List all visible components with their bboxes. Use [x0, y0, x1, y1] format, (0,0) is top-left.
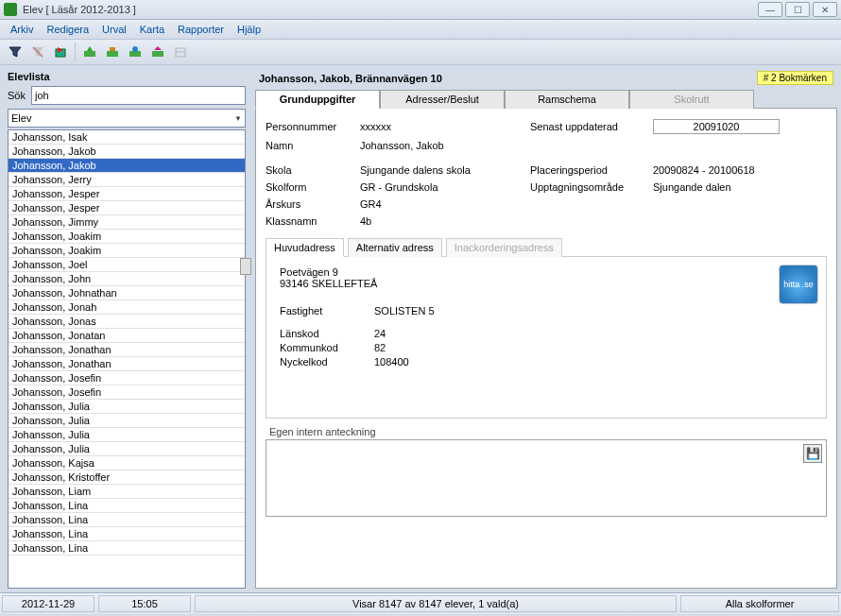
menu-urval[interactable]: Urval [95, 24, 133, 35]
app-icon [4, 3, 17, 16]
label-arskurs: Årskurs [266, 198, 360, 210]
minimize-button[interactable]: — [758, 2, 782, 17]
subtab-inackordering: Inackorderingsadress [446, 238, 562, 257]
list-item[interactable]: Johansson, Lina [9, 499, 245, 513]
window-title: Elev [ Läsår 2012-2013 ] [23, 4, 136, 15]
maximize-button[interactable]: ☐ [785, 2, 810, 17]
address-line1: Poetvägen 9 [280, 266, 813, 278]
list-item[interactable]: Johansson, Jerry [9, 173, 245, 187]
chevron-down-icon: ▼ [234, 114, 242, 123]
list-item[interactable]: Johansson, Jonas [9, 315, 245, 329]
status-date: 2012-11-29 [2, 595, 94, 612]
label-fastighet: Fastighet [280, 305, 374, 317]
list-item[interactable]: Johansson, Kajsa [9, 456, 245, 471]
list-item[interactable]: Johansson, Julia [9, 428, 245, 442]
list-item[interactable]: Johansson, Julia [9, 442, 245, 456]
list-item[interactable]: Johansson, Liam [9, 485, 245, 499]
status-time: 15:05 [98, 595, 191, 612]
list-item[interactable]: Johansson, Josefin [9, 385, 245, 400]
tool-icon-5[interactable] [103, 43, 122, 61]
value-namn: Johansson, Jakob [360, 140, 530, 151]
value-skola: Sjungande dalens skola [360, 164, 530, 176]
list-item[interactable]: Johansson, Johnathan [9, 286, 245, 300]
tab-adresser[interactable]: Adresser/Beslut [380, 90, 505, 109]
status-bar: 2012-11-29 15:05 Visar 8147 av 8147 elev… [0, 592, 841, 614]
subtab-alternativ[interactable]: Alternativ adress [348, 238, 442, 257]
menu-karta[interactable]: Karta [133, 24, 171, 35]
filter-icon[interactable] [6, 43, 25, 61]
list-item[interactable]: Johansson, Lina [9, 527, 245, 541]
list-item[interactable]: Johansson, Lina [9, 513, 245, 527]
subtab-huvudadress[interactable]: Huvudadress [266, 238, 344, 257]
hitta-icon[interactable]: hitta .se [779, 265, 818, 304]
list-item[interactable]: Johansson, Jesper [9, 187, 245, 201]
label-nyckelkod: Nyckelkod [280, 356, 374, 368]
list-item[interactable]: Johansson, Joakim [9, 244, 245, 258]
label-skolform: Skolform [266, 181, 360, 193]
list-item[interactable]: Johansson, Jonathan [9, 357, 245, 371]
right-panel: Johansson, Jakob, Brännanvägen 10 # 2 Bo… [255, 69, 837, 589]
value-arskurs: GR4 [360, 198, 530, 210]
list-item[interactable]: Johansson, Joel [9, 258, 245, 272]
list-item[interactable]: Johansson, Jesper [9, 201, 245, 215]
svg-rect-3 [107, 51, 118, 57]
status-count: Visar 8147 av 8147 elever, 1 vald(a) [195, 595, 677, 612]
clear-filter-icon[interactable] [28, 43, 47, 61]
list-item[interactable]: Johansson, Jakob [9, 145, 245, 159]
bookmark-badge[interactable]: # 2 Bokmärken [757, 71, 833, 85]
menu-arkiv[interactable]: Arkiv [4, 24, 40, 35]
toolbar [0, 40, 841, 65]
tab-skolrutt[interactable]: Skolrutt [629, 90, 754, 109]
save-note-button[interactable]: 💾 [803, 444, 822, 463]
address-box: hitta .se Poetvägen 9 93146 SKELLEFTEÅ F… [266, 257, 827, 419]
left-panel: Elevlista Sök Elev▼ Johansson, IsakJohan… [4, 69, 249, 589]
list-item[interactable]: Johansson, Lina [9, 541, 245, 556]
list-item[interactable]: Johansson, Jonah [9, 300, 245, 315]
status-filter: Alla skolformer [680, 595, 839, 612]
label-upptag: Upptagningsområde [530, 181, 653, 193]
list-item[interactable]: Johansson, John [9, 272, 245, 286]
label-lanskod: Länskod [280, 328, 374, 339]
list-item[interactable]: Johansson, Isak [9, 130, 245, 145]
tool-icon-8[interactable] [171, 43, 190, 61]
tab-grunduppgifter[interactable]: Grunduppgifter [255, 90, 380, 109]
value-upptag: Sjungande dalen [653, 181, 795, 193]
label-personnummer: Personnummer [266, 121, 360, 132]
value-klass: 4b [360, 215, 530, 227]
label-skola: Skola [266, 164, 360, 176]
tool-icon-7[interactable] [148, 43, 167, 61]
list-item[interactable]: Johansson, Jonathan [9, 343, 245, 357]
tool-icon-6[interactable] [126, 43, 145, 61]
list-item[interactable]: Johansson, Jakob [9, 159, 245, 173]
svg-point-5 [132, 46, 138, 52]
list-item[interactable]: Johansson, Kristoffer [9, 471, 245, 485]
menu-redigera[interactable]: Redigera [40, 24, 95, 35]
menu-rapporter[interactable]: Rapporter [171, 24, 231, 35]
list-item[interactable]: Johansson, Joakim [9, 230, 245, 244]
menu-hjalp[interactable]: Hjälp [231, 24, 267, 35]
value-kommunkod: 82 [374, 342, 386, 353]
list-item[interactable]: Johansson, Julia [9, 400, 245, 414]
list-item[interactable]: Johansson, Josefin [9, 371, 245, 385]
label-senast: Senast uppdaterad [530, 121, 653, 132]
close-button[interactable]: ✕ [813, 2, 837, 17]
value-fastighet: SOLISTEN 5 [374, 305, 435, 317]
list-item[interactable]: Johansson, Julia [9, 414, 245, 428]
value-skolform: GR - Grundskola [360, 181, 530, 193]
value-personnummer: xxxxxx [360, 121, 530, 132]
main-tabs: Grunduppgifter Adresser/Beslut Ramschema… [255, 89, 837, 108]
tool-icon-3[interactable] [51, 43, 70, 61]
note-textarea[interactable]: 💾 [266, 439, 827, 517]
splitter-handle[interactable] [240, 258, 251, 275]
label-namn: Namn [266, 140, 360, 151]
tab-ramschema[interactable]: Ramschema [505, 90, 629, 109]
search-input[interactable] [31, 86, 246, 105]
address-line2: 93146 SKELLEFTEÅ [280, 278, 813, 289]
left-heading: Elevlista [4, 69, 249, 86]
student-listbox[interactable]: Johansson, IsakJohansson, JakobJohansson… [8, 129, 246, 589]
list-item[interactable]: Johansson, Jonatan [9, 329, 245, 343]
tool-icon-4[interactable] [80, 43, 99, 61]
list-item[interactable]: Johansson, Jimmy [9, 215, 245, 230]
detail-title: Johansson, Jakob, Brännanvägen 10 [259, 73, 757, 84]
list-type-dropdown[interactable]: Elev▼ [8, 109, 246, 128]
